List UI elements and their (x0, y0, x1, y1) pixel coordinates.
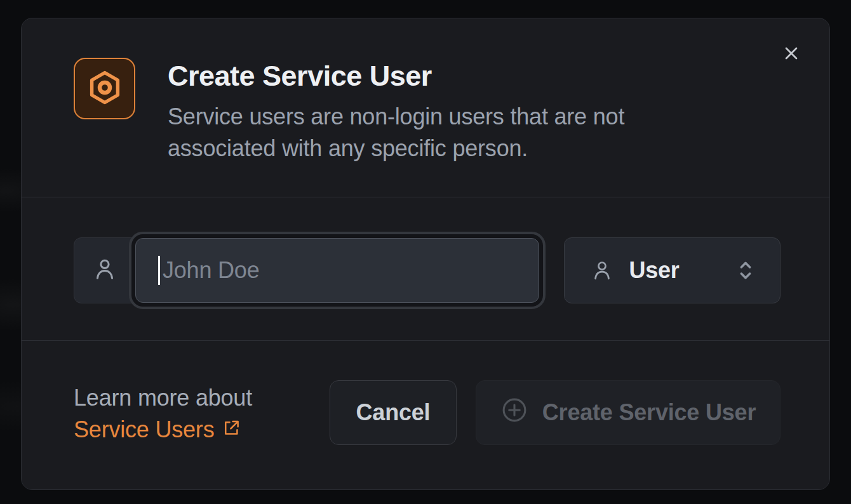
service-user-hexagon-icon (85, 68, 124, 110)
name-input[interactable] (135, 238, 539, 303)
role-select[interactable]: User (564, 237, 781, 303)
close-button[interactable] (779, 41, 804, 67)
modal-title: Create Service User (168, 59, 676, 93)
x-icon (781, 43, 801, 65)
name-input-group (74, 237, 540, 303)
text-caret (158, 256, 160, 285)
modal-overlay: Create Service User Service users are no… (0, 0, 851, 504)
circle-plus-icon (500, 396, 528, 430)
modal-footer: Learn more about Service Users Cancel (22, 341, 829, 489)
learn-more-block: Learn more about Service Users (74, 380, 252, 446)
service-users-link[interactable]: Service Users (74, 414, 241, 446)
unfold-chevrons-icon (733, 256, 758, 284)
name-input-wrap (135, 238, 539, 303)
name-input-prefix (74, 238, 135, 303)
modal-body: User (22, 197, 829, 341)
cancel-button-label: Cancel (356, 399, 431, 426)
create-button-label: Create Service User (542, 399, 756, 426)
service-user-field-row: User (74, 237, 781, 303)
create-service-user-button[interactable]: Create Service User (476, 380, 781, 445)
learn-more-text: Learn more about (74, 382, 252, 414)
modal-subtitle: Service users are non-login users that a… (168, 101, 676, 164)
service-users-link-label: Service Users (74, 414, 214, 446)
create-service-user-modal: Create Service User Service users are no… (21, 18, 830, 490)
cancel-button[interactable]: Cancel (330, 380, 457, 445)
modal-titles: Create Service User Service users are no… (168, 58, 676, 197)
role-select-value: User (629, 257, 680, 284)
person-icon (590, 258, 614, 282)
modal-header: Create Service User Service users are no… (22, 18, 829, 197)
service-user-icon-tile (74, 58, 135, 119)
external-link-icon (222, 414, 241, 446)
person-icon (91, 256, 118, 285)
